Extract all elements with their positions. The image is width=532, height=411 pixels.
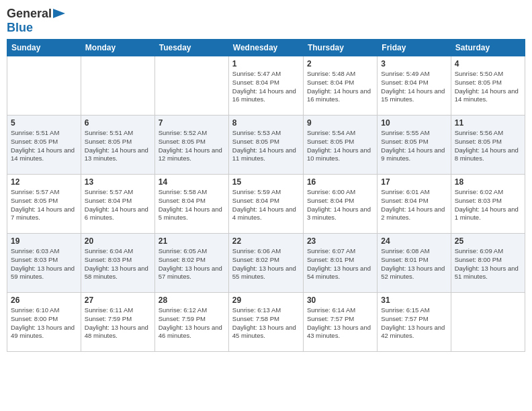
day-number: 6 — [85, 118, 151, 128]
calendar-cell: 31Sunrise: 6:15 AM Sunset: 7:57 PM Dayli… — [378, 293, 451, 352]
day-info: Sunrise: 5:57 AM Sunset: 8:05 PM Dayligh… — [11, 188, 77, 222]
calendar-cell: 5Sunrise: 5:51 AM Sunset: 8:05 PM Daylig… — [7, 116, 81, 175]
day-info: Sunrise: 6:13 AM Sunset: 7:58 PM Dayligh… — [232, 306, 300, 340]
weekday-header: Tuesday — [154, 40, 228, 56]
weekday-header: Wednesday — [228, 40, 303, 56]
calendar-cell: 27Sunrise: 6:11 AM Sunset: 7:59 PM Dayli… — [81, 293, 154, 352]
day-number: 5 — [11, 118, 77, 128]
page-header: General Blue — [7, 7, 525, 35]
calendar-cell: 20Sunrise: 6:04 AM Sunset: 8:03 PM Dayli… — [81, 234, 154, 293]
day-number: 11 — [455, 118, 521, 128]
day-number: 23 — [307, 236, 373, 246]
calendar-week-row: 19Sunrise: 6:03 AM Sunset: 8:03 PM Dayli… — [7, 234, 525, 293]
day-number: 29 — [232, 295, 300, 305]
calendar-cell: 6Sunrise: 5:51 AM Sunset: 8:05 PM Daylig… — [81, 116, 154, 175]
calendar-cell: 1Sunrise: 5:47 AM Sunset: 8:04 PM Daylig… — [228, 56, 303, 116]
calendar-cell: 25Sunrise: 6:09 AM Sunset: 8:00 PM Dayli… — [451, 234, 525, 293]
day-info: Sunrise: 6:01 AM Sunset: 8:04 PM Dayligh… — [381, 188, 447, 222]
day-info: Sunrise: 5:47 AM Sunset: 8:04 PM Dayligh… — [232, 70, 300, 104]
day-number: 16 — [307, 177, 373, 187]
calendar-cell: 23Sunrise: 6:07 AM Sunset: 8:01 PM Dayli… — [303, 234, 377, 293]
calendar-cell: 29Sunrise: 6:13 AM Sunset: 7:58 PM Dayli… — [228, 293, 303, 352]
day-info: Sunrise: 6:02 AM Sunset: 8:03 PM Dayligh… — [455, 188, 521, 222]
day-number: 8 — [232, 118, 300, 128]
day-info: Sunrise: 5:48 AM Sunset: 8:04 PM Dayligh… — [307, 70, 373, 104]
calendar-cell: 21Sunrise: 6:05 AM Sunset: 8:02 PM Dayli… — [154, 234, 228, 293]
day-number: 27 — [85, 295, 151, 305]
calendar-cell: 15Sunrise: 5:59 AM Sunset: 8:04 PM Dayli… — [228, 175, 303, 234]
day-number: 20 — [85, 236, 151, 246]
day-number: 10 — [381, 118, 447, 128]
calendar-cell: 7Sunrise: 5:52 AM Sunset: 8:05 PM Daylig… — [154, 116, 228, 175]
calendar-cell — [7, 56, 81, 116]
day-number: 25 — [455, 236, 521, 246]
day-number: 19 — [11, 236, 77, 246]
logo: General Blue — [7, 7, 65, 35]
day-info: Sunrise: 5:51 AM Sunset: 8:05 PM Dayligh… — [11, 129, 77, 163]
logo-blue: Blue — [7, 21, 33, 35]
logo-arrow-icon — [53, 9, 65, 18]
weekday-header: Saturday — [451, 40, 525, 56]
weekday-header: Monday — [81, 40, 154, 56]
calendar-week-row: 5Sunrise: 5:51 AM Sunset: 8:05 PM Daylig… — [7, 116, 525, 175]
calendar-table: SundayMondayTuesdayWednesdayThursdayFrid… — [7, 39, 525, 352]
day-number: 4 — [455, 59, 521, 68]
day-number: 21 — [159, 236, 225, 246]
day-info: Sunrise: 5:49 AM Sunset: 8:04 PM Dayligh… — [381, 70, 447, 104]
day-number: 14 — [159, 177, 225, 187]
calendar-cell: 10Sunrise: 5:55 AM Sunset: 8:05 PM Dayli… — [378, 116, 451, 175]
weekday-header: Thursday — [303, 40, 377, 56]
calendar-cell: 13Sunrise: 5:57 AM Sunset: 8:04 PM Dayli… — [81, 175, 154, 234]
day-number: 15 — [232, 177, 300, 187]
calendar-cell: 28Sunrise: 6:12 AM Sunset: 7:59 PM Dayli… — [154, 293, 228, 352]
day-info: Sunrise: 6:00 AM Sunset: 8:04 PM Dayligh… — [307, 188, 373, 222]
day-number: 22 — [232, 236, 300, 246]
day-info: Sunrise: 5:56 AM Sunset: 8:05 PM Dayligh… — [455, 129, 521, 163]
calendar-cell: 11Sunrise: 5:56 AM Sunset: 8:05 PM Dayli… — [451, 116, 525, 175]
day-info: Sunrise: 6:11 AM Sunset: 7:59 PM Dayligh… — [85, 306, 151, 340]
calendar-cell: 9Sunrise: 5:54 AM Sunset: 8:05 PM Daylig… — [303, 116, 377, 175]
day-info: Sunrise: 5:59 AM Sunset: 8:04 PM Dayligh… — [232, 188, 300, 222]
day-info: Sunrise: 5:52 AM Sunset: 8:05 PM Dayligh… — [159, 129, 225, 163]
calendar-week-row: 1Sunrise: 5:47 AM Sunset: 8:04 PM Daylig… — [7, 56, 525, 116]
day-info: Sunrise: 5:50 AM Sunset: 8:05 PM Dayligh… — [455, 70, 521, 104]
calendar-cell: 24Sunrise: 6:08 AM Sunset: 8:01 PM Dayli… — [378, 234, 451, 293]
day-number: 13 — [85, 177, 151, 187]
weekday-header: Friday — [378, 40, 451, 56]
calendar-cell: 4Sunrise: 5:50 AM Sunset: 8:05 PM Daylig… — [451, 56, 525, 116]
day-info: Sunrise: 5:54 AM Sunset: 8:05 PM Dayligh… — [307, 129, 373, 163]
day-number: 30 — [307, 295, 373, 305]
calendar-cell: 2Sunrise: 5:48 AM Sunset: 8:04 PM Daylig… — [303, 56, 377, 116]
day-number: 7 — [159, 118, 225, 128]
day-info: Sunrise: 6:07 AM Sunset: 8:01 PM Dayligh… — [307, 247, 373, 281]
day-info: Sunrise: 6:03 AM Sunset: 8:03 PM Dayligh… — [11, 247, 77, 281]
day-number: 18 — [455, 177, 521, 187]
calendar-cell: 8Sunrise: 5:53 AM Sunset: 8:05 PM Daylig… — [228, 116, 303, 175]
day-number: 9 — [307, 118, 373, 128]
calendar-cell: 26Sunrise: 6:10 AM Sunset: 8:00 PM Dayli… — [7, 293, 81, 352]
day-info: Sunrise: 6:14 AM Sunset: 7:57 PM Dayligh… — [307, 306, 373, 340]
calendar-cell: 16Sunrise: 6:00 AM Sunset: 8:04 PM Dayli… — [303, 175, 377, 234]
svg-marker-0 — [53, 9, 65, 18]
logo-general: General — [7, 7, 52, 21]
day-info: Sunrise: 6:08 AM Sunset: 8:01 PM Dayligh… — [381, 247, 447, 281]
day-info: Sunrise: 6:09 AM Sunset: 8:00 PM Dayligh… — [455, 247, 521, 281]
calendar-cell: 3Sunrise: 5:49 AM Sunset: 8:04 PM Daylig… — [378, 56, 451, 116]
day-number: 17 — [381, 177, 447, 187]
day-number: 2 — [307, 59, 373, 68]
day-info: Sunrise: 6:10 AM Sunset: 8:00 PM Dayligh… — [11, 306, 77, 340]
day-info: Sunrise: 6:06 AM Sunset: 8:02 PM Dayligh… — [232, 247, 300, 281]
day-info: Sunrise: 6:12 AM Sunset: 7:59 PM Dayligh… — [159, 306, 225, 340]
day-info: Sunrise: 5:58 AM Sunset: 8:04 PM Dayligh… — [159, 188, 225, 222]
day-info: Sunrise: 6:15 AM Sunset: 7:57 PM Dayligh… — [381, 306, 447, 340]
day-number: 26 — [11, 295, 77, 305]
day-info: Sunrise: 5:55 AM Sunset: 8:05 PM Dayligh… — [381, 129, 447, 163]
calendar-cell: 14Sunrise: 5:58 AM Sunset: 8:04 PM Dayli… — [154, 175, 228, 234]
calendar-cell: 17Sunrise: 6:01 AM Sunset: 8:04 PM Dayli… — [378, 175, 451, 234]
calendar-week-row: 12Sunrise: 5:57 AM Sunset: 8:05 PM Dayli… — [7, 175, 525, 234]
day-number: 12 — [11, 177, 77, 187]
day-number: 1 — [232, 59, 300, 68]
calendar-week-row: 26Sunrise: 6:10 AM Sunset: 8:00 PM Dayli… — [7, 293, 525, 352]
day-number: 31 — [381, 295, 447, 305]
day-info: Sunrise: 5:57 AM Sunset: 8:04 PM Dayligh… — [85, 188, 151, 222]
